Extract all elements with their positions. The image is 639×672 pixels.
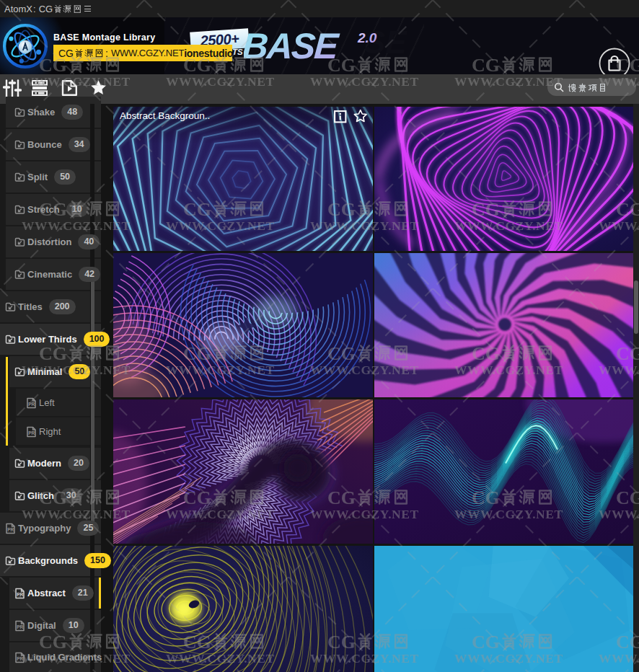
svg-text:PR: PR (17, 656, 23, 661)
svg-text:PR: PR (28, 430, 35, 436)
svg-text:PR: PR (7, 527, 14, 532)
svg-text:PR: PR (28, 402, 35, 407)
svg-text:PR: PR (17, 624, 23, 629)
svg-text:PR: PR (17, 592, 23, 597)
svg-text:BASE: BASE (244, 26, 340, 66)
svg-text:2.0: 2.0 (357, 30, 377, 45)
